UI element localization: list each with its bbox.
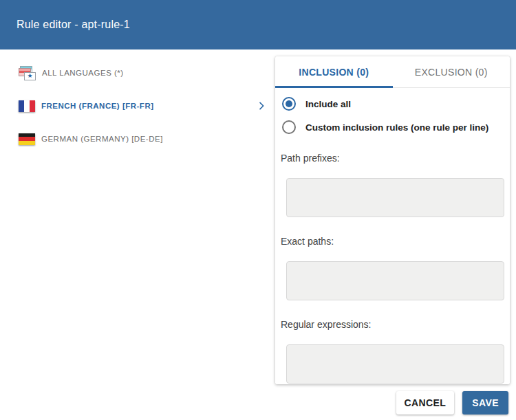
tab-exclusion[interactable]: EXCLUSION (0): [393, 56, 510, 87]
dialog-header: Rule editor - apt-rule-1: [0, 0, 516, 49]
save-button[interactable]: SAVE: [462, 391, 508, 415]
dialog-title: Rule editor - apt-rule-1: [17, 19, 130, 31]
radio-custom-rules[interactable]: Custom inclusion rules (one rule per lin…: [281, 120, 504, 134]
rules-panel: INCLUSION (0) EXCLUSION (0) Include all …: [275, 56, 510, 384]
germany-flag-icon: [19, 133, 35, 145]
cancel-button[interactable]: CANCEL: [396, 391, 455, 415]
exact-paths-field: Exact paths:: [281, 236, 504, 300]
radio-custom-rules-label: Custom inclusion rules (one rule per lin…: [305, 122, 488, 133]
path-prefixes-input[interactable]: [286, 178, 504, 217]
language-item-label: ALL LANGUAGES (*): [42, 69, 124, 77]
path-prefixes-field: Path prefixes:: [281, 153, 504, 217]
rule-editor-dialog: Rule editor - apt-rule-1 ★ ALL LANGUAGES…: [0, 0, 516, 420]
language-item-french[interactable]: FRENCH (FRANCE) [FR-FR]: [0, 89, 275, 122]
regular-expressions-label: Regular expressions:: [281, 319, 504, 330]
language-item-label: FRENCH (FRANCE) [FR-FR]: [41, 102, 154, 110]
language-list: ★ ALL LANGUAGES (*) FRENCH (FRANCE) [FR-…: [0, 56, 275, 155]
tab-inclusion[interactable]: INCLUSION (0): [275, 56, 393, 87]
tab-bar: INCLUSION (0) EXCLUSION (0): [275, 56, 510, 88]
all-languages-flag-icon: ★: [19, 66, 36, 80]
france-flag-icon: [19, 100, 35, 112]
radio-unselected-icon: [282, 120, 296, 134]
radio-selected-icon: [282, 97, 296, 111]
exact-paths-input[interactable]: [286, 261, 504, 300]
exact-paths-label: Exact paths:: [281, 236, 504, 247]
regular-expressions-input[interactable]: [286, 344, 504, 384]
regular-expressions-field: Regular expressions:: [281, 319, 504, 384]
language-item-all-languages[interactable]: ★ ALL LANGUAGES (*): [0, 56, 275, 89]
radio-include-all[interactable]: Include all: [281, 97, 504, 111]
language-item-german[interactable]: GERMAN (GERMANY) [DE-DE]: [0, 122, 275, 155]
language-item-label: GERMAN (GERMANY) [DE-DE]: [41, 135, 163, 143]
radio-include-all-label: Include all: [305, 99, 351, 109]
path-prefixes-label: Path prefixes:: [281, 153, 504, 164]
dialog-footer: CANCEL SAVE: [396, 391, 508, 415]
chevron-right-icon: [256, 100, 267, 111]
inclusion-tab-content: Include all Custom inclusion rules (one …: [275, 88, 510, 384]
